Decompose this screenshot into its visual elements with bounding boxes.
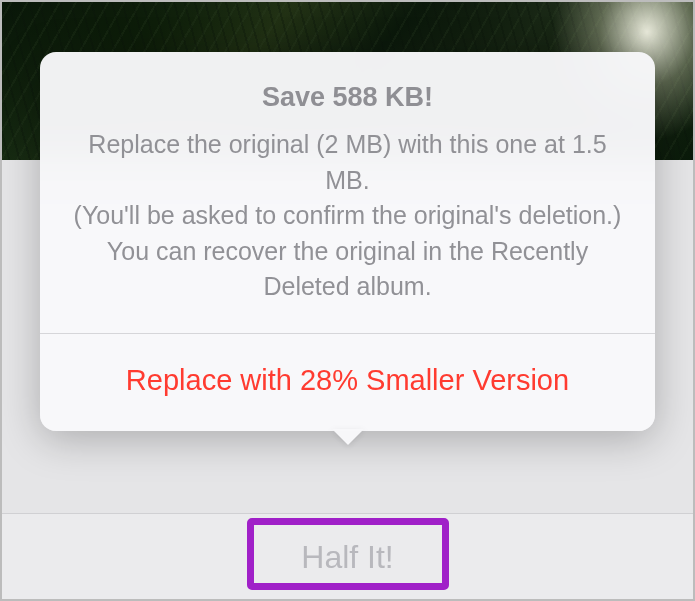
- half-it-button[interactable]: Half It!: [279, 529, 415, 586]
- popover-body-line: You can recover the original in the Rece…: [70, 234, 625, 305]
- confirmation-popover: Save 588 KB! Replace the original (2 MB)…: [40, 52, 655, 431]
- bottom-toolbar: Half It!: [0, 513, 695, 601]
- popover-body: Replace the original (2 MB) with this on…: [40, 127, 655, 333]
- popover-arrow-icon: [332, 429, 364, 445]
- popover-title: Save 588 KB!: [40, 52, 655, 127]
- replace-button[interactable]: Replace with 28% Smaller Version: [40, 334, 655, 431]
- popover-body-line: (You'll be asked to confirm the original…: [70, 198, 625, 234]
- popover-body-line: Replace the original (2 MB) with this on…: [70, 127, 625, 198]
